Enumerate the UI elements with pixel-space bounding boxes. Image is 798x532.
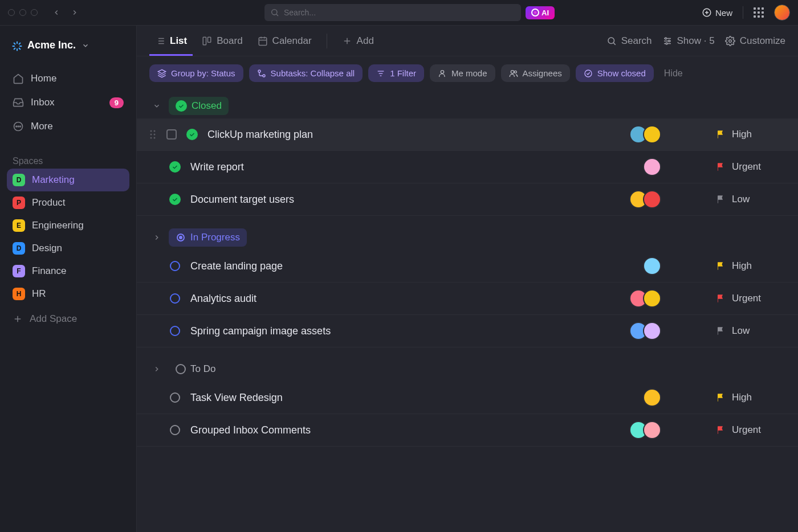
assignee-avatar[interactable] xyxy=(643,257,661,275)
hide-filters-button[interactable]: Hide xyxy=(664,68,683,79)
assignee-avatar[interactable] xyxy=(643,322,661,340)
divider xyxy=(743,6,743,19)
status-icon[interactable] xyxy=(169,194,181,205)
space-item-finance[interactable]: FFinance xyxy=(7,260,129,283)
subtasks-pill[interactable]: Subtasks: Collapse all xyxy=(249,64,363,82)
task-row[interactable]: Grouped Inbox Comments Urgent xyxy=(137,414,798,447)
group-by-pill[interactable]: Group by: Status xyxy=(149,64,243,82)
space-item-product[interactable]: PProduct xyxy=(7,191,129,214)
task-row[interactable]: Write report Urgent xyxy=(137,151,798,183)
traffic-maximize[interactable] xyxy=(31,9,38,16)
assignee-avatar[interactable] xyxy=(643,421,661,439)
group-toggle[interactable] xyxy=(150,234,163,242)
forward-button[interactable] xyxy=(67,5,82,20)
priority[interactable]: Urgent xyxy=(716,424,784,436)
apps-icon[interactable] xyxy=(754,7,764,18)
status-icon[interactable] xyxy=(169,161,181,173)
show-columns-button[interactable]: Show · 5 xyxy=(662,35,715,47)
status-pill[interactable]: To Do xyxy=(169,360,222,378)
back-button[interactable] xyxy=(49,5,64,20)
tab-board[interactable]: Board xyxy=(196,26,248,56)
more-icon xyxy=(13,121,24,132)
tab-list[interactable]: List xyxy=(149,26,193,56)
svg-point-14 xyxy=(16,126,17,127)
space-name: Product xyxy=(32,197,66,208)
space-item-marketing[interactable]: DMarketing xyxy=(7,169,129,191)
space-item-engineering[interactable]: EEngineering xyxy=(7,214,129,237)
status-icon[interactable] xyxy=(170,392,180,403)
svg-line-34 xyxy=(613,43,615,44)
task-row[interactable]: Create landing page High xyxy=(137,250,798,283)
status-pill[interactable]: Closed xyxy=(169,97,229,115)
user-avatar[interactable] xyxy=(774,5,790,21)
group-header[interactable]: In Progress xyxy=(137,225,798,250)
user-icon xyxy=(438,69,447,78)
nav-more[interactable]: More xyxy=(7,115,129,138)
group-header[interactable]: Closed xyxy=(137,93,798,118)
priority[interactable]: Low xyxy=(716,194,784,205)
task-groups: Closed ClickUp marketing plan High Write… xyxy=(137,90,798,452)
filter-pill[interactable]: 1 Filter xyxy=(368,64,424,82)
task-name: Grouped Inbox Comments xyxy=(190,424,620,436)
assignee-avatar[interactable] xyxy=(643,158,661,176)
ai-button[interactable]: AI xyxy=(526,6,555,19)
flag-icon xyxy=(716,392,726,403)
board-icon xyxy=(202,36,212,46)
workspace-icon xyxy=(11,40,22,51)
group-header[interactable]: To Do xyxy=(137,357,798,382)
priority[interactable]: Urgent xyxy=(716,161,784,173)
titlebar: AI New xyxy=(0,0,798,26)
global-search-input[interactable] xyxy=(264,4,521,21)
new-button[interactable]: New xyxy=(702,7,732,18)
status-icon[interactable] xyxy=(186,129,198,140)
traffic-close[interactable] xyxy=(8,9,15,16)
task-checkbox[interactable] xyxy=(166,129,177,140)
assignees-pill[interactable]: Assignees xyxy=(501,64,570,82)
svg-line-1 xyxy=(276,14,278,16)
view-search-button[interactable]: Search xyxy=(606,35,652,47)
group-toggle[interactable] xyxy=(150,102,163,110)
status-icon[interactable] xyxy=(170,326,180,336)
priority[interactable]: High xyxy=(716,260,784,272)
nav-inbox[interactable]: Inbox 9 xyxy=(7,91,129,114)
task-row[interactable]: Spring campaign image assets Low xyxy=(137,315,798,347)
add-view-button[interactable]: Add xyxy=(336,26,380,56)
add-space-button[interactable]: Add Space xyxy=(7,308,129,330)
gear-icon xyxy=(725,36,735,46)
workspace-switcher[interactable]: Acme Inc. xyxy=(7,36,129,55)
task-row[interactable]: ClickUp marketing plan High xyxy=(137,118,798,151)
assignee-avatar[interactable] xyxy=(643,125,661,144)
tab-list-label: List xyxy=(170,35,187,47)
subtask-icon xyxy=(257,69,266,78)
task-row[interactable]: Task View Redesign High xyxy=(137,382,798,414)
traffic-minimize[interactable] xyxy=(19,9,26,16)
customize-button[interactable]: Customize xyxy=(725,35,785,47)
drag-handle[interactable] xyxy=(149,129,157,140)
space-item-design[interactable]: DDesign xyxy=(7,237,129,260)
group-toggle[interactable] xyxy=(150,365,163,373)
task-row[interactable]: Analytics audit Urgent xyxy=(137,283,798,315)
show-closed-pill[interactable]: Show closed xyxy=(576,64,654,82)
task-row[interactable]: Document target users Low xyxy=(137,183,798,216)
priority[interactable]: High xyxy=(716,129,784,140)
tab-calendar[interactable]: Calendar xyxy=(252,26,317,56)
space-item-hr[interactable]: HHR xyxy=(7,283,129,305)
status-icon[interactable] xyxy=(170,425,180,435)
svg-line-11 xyxy=(14,48,15,50)
status-icon[interactable] xyxy=(170,261,180,271)
assignee-avatar[interactable] xyxy=(643,190,661,208)
task-name: Document target users xyxy=(190,194,620,206)
priority-label: High xyxy=(732,129,752,140)
assignee-avatar[interactable] xyxy=(643,388,661,407)
nav-home[interactable]: Home xyxy=(7,67,129,90)
me-mode-pill[interactable]: Me mode xyxy=(430,64,495,82)
home-icon xyxy=(13,73,24,84)
priority[interactable]: High xyxy=(716,392,784,403)
priority[interactable]: Low xyxy=(716,325,784,337)
priority-label: High xyxy=(732,260,752,272)
status-pill[interactable]: In Progress xyxy=(169,228,247,247)
space-icon: P xyxy=(13,197,25,209)
priority[interactable]: Urgent xyxy=(716,293,784,304)
assignee-avatar[interactable] xyxy=(643,289,661,308)
status-icon[interactable] xyxy=(170,293,180,304)
